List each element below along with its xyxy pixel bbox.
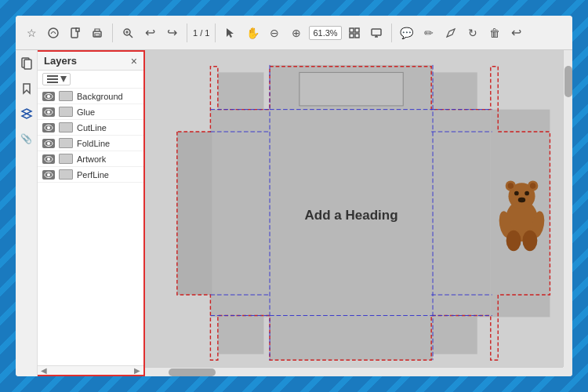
scroll-corner xyxy=(563,367,572,376)
svg-point-65 xyxy=(508,183,514,189)
star-icon[interactable]: ☆ xyxy=(22,24,41,42)
svg-point-0 xyxy=(49,28,58,38)
layers-panel-icon[interactable] xyxy=(18,105,35,122)
svg-rect-13 xyxy=(355,34,359,38)
layer-name: Background xyxy=(77,92,123,101)
layer-item[interactable]: Glue xyxy=(38,104,143,120)
monitor-icon[interactable] xyxy=(367,24,386,42)
svg-marker-9 xyxy=(227,28,234,38)
svg-rect-43 xyxy=(218,315,264,354)
svg-rect-21 xyxy=(47,75,58,77)
svg-rect-40 xyxy=(270,315,433,360)
content-area: 📎 Layers × BackgroundGlu xyxy=(16,50,572,376)
layer-item[interactable]: Background xyxy=(38,89,143,104)
layer-name: CutLine xyxy=(77,123,107,132)
layer-name: Artwork xyxy=(77,154,106,164)
zoom-in-icon[interactable]: ⊕ xyxy=(287,24,306,42)
cursor-tool-icon[interactable] xyxy=(221,24,240,42)
print-icon[interactable] xyxy=(88,24,107,42)
redo-icon[interactable]: ↪ xyxy=(162,24,181,42)
hand-tool-icon[interactable]: ✋ xyxy=(243,24,262,42)
layer-visibility-icon[interactable] xyxy=(42,170,55,180)
layer-visibility-icon[interactable] xyxy=(42,154,55,164)
sep3 xyxy=(215,24,216,42)
svg-point-68 xyxy=(524,191,529,196)
layer-thumbnail xyxy=(59,107,73,117)
horizontal-scrollbar[interactable] xyxy=(145,367,563,376)
undo-icon[interactable]: ↩ xyxy=(140,24,159,42)
sep2 xyxy=(187,24,187,42)
layer-thumbnail xyxy=(59,169,73,180)
svg-point-73 xyxy=(522,230,537,251)
svg-rect-10 xyxy=(350,28,354,32)
layer-item[interactable]: Artwork xyxy=(38,151,143,167)
scroll-left-arrow[interactable]: ◀ xyxy=(41,366,47,375)
scroll-thumb-horizontal[interactable] xyxy=(169,368,216,376)
layer-visibility-icon[interactable] xyxy=(42,123,55,132)
layer-name: PerfLine xyxy=(77,170,109,180)
layers-panel-header: Layers × xyxy=(38,52,143,71)
layer-name: FoldLine xyxy=(77,139,110,148)
undo3-icon[interactable]: ↩ xyxy=(507,24,526,42)
vertical-scrollbar[interactable] xyxy=(563,50,572,367)
layer-name: Glue xyxy=(77,107,95,117)
layer-item[interactable]: FoldLine xyxy=(38,136,143,151)
svg-marker-20 xyxy=(22,114,31,118)
svg-marker-24 xyxy=(60,76,67,82)
svg-rect-46 xyxy=(431,315,477,354)
scroll-thumb-vertical[interactable] xyxy=(564,66,572,97)
layer-thumbnail xyxy=(59,91,73,101)
comment-icon[interactable]: 💬 xyxy=(397,24,416,42)
layer-thumbnail xyxy=(59,122,73,132)
trash-icon[interactable]: 🗑 xyxy=(485,24,504,42)
svg-rect-12 xyxy=(350,34,354,38)
svg-rect-14 xyxy=(372,29,381,35)
svg-point-32 xyxy=(47,142,50,145)
zoom-in-glass-icon[interactable] xyxy=(118,24,137,42)
pencil-icon[interactable]: ✏ xyxy=(419,24,438,42)
file-icon[interactable] xyxy=(66,24,85,42)
svg-rect-41 xyxy=(210,110,271,318)
zoom-level[interactable]: 61.3% xyxy=(309,26,341,40)
layer-item[interactable]: CutLine xyxy=(38,120,143,136)
svg-rect-42 xyxy=(218,72,264,111)
svg-line-6 xyxy=(129,34,132,38)
toolbar: ☆ ↩ ↪ 1 / 1 ✋ ⊖ ⊕ 61.3% xyxy=(16,16,572,50)
fit-page-icon[interactable] xyxy=(345,24,364,42)
layers-scroll-bar[interactable]: ◀ ▶ xyxy=(38,365,143,375)
sep4 xyxy=(391,24,392,42)
svg-point-30 xyxy=(47,126,50,129)
svg-rect-4 xyxy=(95,34,100,36)
layers-toolbar xyxy=(38,71,143,89)
scroll-right-arrow[interactable]: ▶ xyxy=(134,366,140,375)
svg-rect-23 xyxy=(47,82,58,83)
layer-thumbnail xyxy=(59,154,73,164)
layers-close-button[interactable]: × xyxy=(131,56,137,67)
svg-rect-22 xyxy=(47,78,58,80)
main-window: ☆ ↩ ↪ 1 / 1 ✋ ⊖ ⊕ 61.3% xyxy=(16,16,572,376)
highlight-icon[interactable] xyxy=(441,24,460,42)
layer-visibility-icon[interactable] xyxy=(42,107,55,117)
dieline-svg: Add a Heading xyxy=(145,50,572,376)
svg-point-26 xyxy=(47,95,50,98)
rotate-icon[interactable]: ↻ xyxy=(463,24,482,42)
svg-rect-45 xyxy=(431,72,477,111)
layer-item[interactable]: PerfLine xyxy=(38,167,143,183)
layers-title: Layers xyxy=(44,55,77,67)
layers-options-button[interactable] xyxy=(42,73,71,85)
svg-marker-19 xyxy=(22,109,31,114)
bookmark-panel-icon[interactable] xyxy=(18,80,35,97)
layer-visibility-icon[interactable] xyxy=(42,139,55,148)
zoom-out-icon[interactable]: ⊖ xyxy=(265,24,284,42)
svg-rect-2 xyxy=(76,28,79,31)
layer-visibility-icon[interactable] xyxy=(42,92,55,101)
upload-icon[interactable] xyxy=(44,24,63,42)
svg-point-34 xyxy=(47,158,50,161)
canvas-area: Add a Heading xyxy=(145,50,572,376)
svg-rect-39 xyxy=(299,72,403,106)
svg-point-69 xyxy=(518,198,525,203)
layer-thumbnail xyxy=(59,138,73,148)
svg-point-28 xyxy=(47,111,50,114)
pages-panel-icon[interactable] xyxy=(18,55,35,72)
attach-panel-icon[interactable]: 📎 xyxy=(18,130,35,147)
